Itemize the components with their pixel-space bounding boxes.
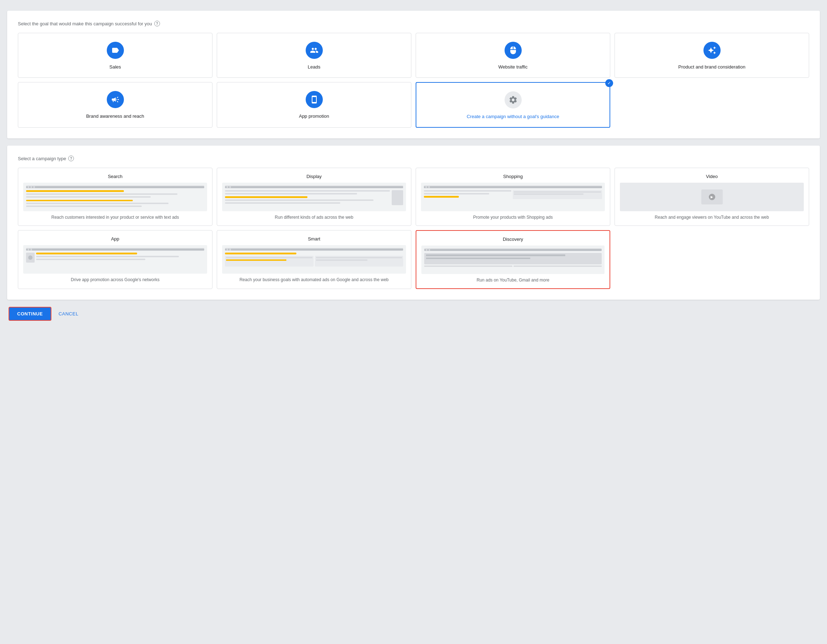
display-mockup bbox=[222, 183, 406, 211]
selected-check-badge: ✓ bbox=[605, 79, 613, 87]
goal-card-brand-awareness[interactable]: Brand awareness and reach bbox=[18, 82, 212, 128]
display-card-title: Display bbox=[222, 174, 406, 179]
campaign-card-search[interactable]: Search Reach customers interested in you… bbox=[18, 168, 212, 226]
app-promotion-label: App promotion bbox=[223, 113, 405, 120]
app-card-desc: Drive app promotion across Google's netw… bbox=[23, 277, 207, 283]
campaign-help-icon[interactable]: ? bbox=[68, 156, 74, 161]
brand-awareness-label: Brand awareness and reach bbox=[24, 113, 206, 120]
video-card-title: Video bbox=[620, 174, 804, 179]
no-goal-icon bbox=[504, 91, 522, 109]
search-card-desc: Reach customers interested in your produ… bbox=[23, 214, 207, 221]
goal-help-icon[interactable]: ? bbox=[154, 21, 160, 26]
campaign-card-display[interactable]: Display Run different kinds of ads acros… bbox=[217, 168, 411, 226]
shopping-card-desc: Promote your products with Shopping ads bbox=[421, 214, 605, 221]
brand-consideration-icon bbox=[704, 42, 721, 59]
sales-icon bbox=[107, 42, 124, 59]
goal-card-no-goal[interactable]: ✓ Create a campaign without a goal's gui… bbox=[416, 82, 610, 128]
leads-label: Leads bbox=[223, 64, 405, 70]
app-card-title: App bbox=[23, 236, 207, 241]
search-mockup bbox=[23, 183, 207, 211]
cancel-button[interactable]: CANCEL bbox=[59, 311, 78, 316]
goal-section-title: Select the goal that would make this cam… bbox=[18, 21, 809, 26]
goal-title-text: Select the goal that would make this cam… bbox=[18, 21, 152, 26]
sales-label: Sales bbox=[24, 64, 206, 70]
brand-consideration-label: Product and brand consideration bbox=[621, 64, 803, 70]
continue-button[interactable]: CONTINUE bbox=[9, 307, 51, 321]
shopping-mockup bbox=[421, 183, 605, 211]
goal-cards-grid: Sales Leads Website traffic Product and … bbox=[18, 33, 809, 128]
campaign-card-video[interactable]: Video ▶ Reach and engage viewers on YouT… bbox=[615, 168, 809, 226]
campaign-card-shopping[interactable]: Shopping Promote your products with Shop… bbox=[416, 168, 610, 226]
goal-card-website-traffic[interactable]: Website traffic bbox=[416, 33, 610, 78]
goal-card-leads[interactable]: Leads bbox=[217, 33, 411, 78]
discovery-card-desc: Run ads on YouTube, Gmail and more bbox=[421, 277, 605, 283]
campaign-panel: Select a campaign type ? Search Reach cu… bbox=[7, 146, 820, 300]
campaign-cards-grid: Search Reach customers interested in you… bbox=[18, 168, 809, 289]
search-card-title: Search bbox=[23, 174, 207, 179]
no-goal-label: Create a campaign without a goal's guida… bbox=[422, 114, 604, 120]
website-traffic-label: Website traffic bbox=[422, 64, 604, 70]
smart-card-desc: Reach your business goals with automated… bbox=[222, 277, 406, 283]
website-traffic-icon bbox=[504, 42, 522, 59]
campaign-title-text: Select a campaign type bbox=[18, 156, 66, 161]
smart-card-title: Smart bbox=[222, 236, 406, 241]
goal-panel: Select the goal that would make this cam… bbox=[7, 11, 820, 138]
app-promotion-icon bbox=[306, 91, 323, 108]
campaign-section-title: Select a campaign type ? bbox=[18, 156, 809, 161]
goal-card-brand-consideration[interactable]: Product and brand consideration bbox=[615, 33, 809, 78]
campaign-card-smart[interactable]: Smart Re bbox=[217, 230, 411, 289]
leads-icon bbox=[306, 42, 323, 59]
bottom-actions: CONTINUE CANCEL bbox=[7, 307, 820, 321]
app-mockup bbox=[23, 245, 207, 274]
video-mockup: ▶ bbox=[620, 183, 804, 211]
brand-awareness-icon bbox=[107, 91, 124, 108]
campaign-card-discovery[interactable]: Discovery Run ads on YouTube, Gmail and … bbox=[416, 230, 610, 289]
smart-mockup bbox=[222, 245, 406, 274]
shopping-card-title: Shopping bbox=[421, 174, 605, 179]
discovery-card-title: Discovery bbox=[421, 236, 605, 242]
goal-card-app-promotion[interactable]: App promotion bbox=[217, 82, 411, 128]
goal-card-sales[interactable]: Sales bbox=[18, 33, 212, 78]
discovery-mockup bbox=[421, 246, 605, 274]
display-card-desc: Run different kinds of ads across the we… bbox=[222, 214, 406, 221]
video-card-desc: Reach and engage viewers on YouTube and … bbox=[620, 214, 804, 221]
campaign-card-app[interactable]: App Drive app promotion across Google's … bbox=[18, 230, 212, 289]
